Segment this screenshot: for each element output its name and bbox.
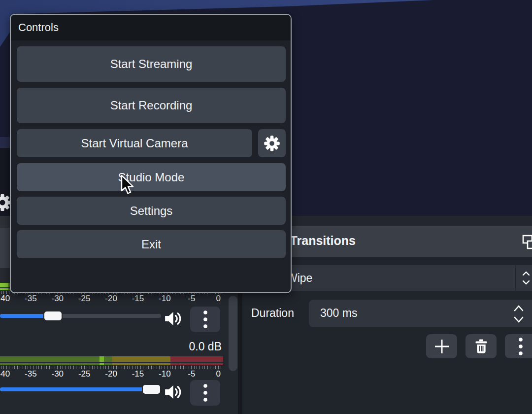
controls-titlebar[interactable]: Controls: [11, 15, 291, 40]
transition-properties-button[interactable]: [505, 334, 532, 358]
duration-value: 300 ms: [320, 307, 357, 320]
channel1-volume-handle[interactable]: [43, 310, 63, 321]
db-tick-label: -10: [159, 369, 171, 379]
db-tick-label: -40: [0, 369, 10, 379]
add-transition-button[interactable]: [426, 334, 457, 358]
plus-icon: [433, 338, 450, 355]
kebab-menu-icon: [203, 384, 207, 402]
db-tick-label: -35: [25, 294, 37, 304]
db-tick-label: -5: [188, 369, 195, 379]
channel1-volume-slider[interactable]: [0, 314, 161, 318]
db-tick-label: -5: [188, 294, 195, 304]
combo-divider: [515, 265, 516, 291]
channel2-mute-speaker-icon[interactable]: [165, 384, 183, 400]
channel1-db-scale: -40 -35 -30 -25 -20 -15 -10 -5 0: [0, 294, 238, 303]
dock-popout-icon[interactable]: [522, 235, 532, 251]
channel2-volume-handle[interactable]: [142, 384, 161, 395]
exit-button[interactable]: Exit: [17, 230, 286, 258]
mouse-cursor: [120, 174, 135, 196]
channel1-options-button[interactable]: [190, 307, 220, 332]
kebab-menu-icon: [203, 310, 207, 328]
channel2-volume-slider[interactable]: [0, 387, 161, 391]
db-tick-label: -15: [132, 294, 144, 304]
studio-mode-button[interactable]: Studio Mode: [17, 163, 286, 191]
db-tick-label: -30: [52, 369, 64, 379]
duration-spinbox[interactable]: 300 ms: [309, 300, 532, 327]
db-tick-label: -20: [105, 294, 117, 304]
remove-transition-button[interactable]: [466, 334, 497, 358]
start-streaming-button[interactable]: Start Streaming: [17, 46, 286, 82]
combo-spinner-icons[interactable]: [521, 270, 531, 286]
start-recording-button[interactable]: Start Recording: [17, 88, 286, 123]
channel2-db-ticks: [1, 366, 222, 369]
channel1-mute-speaker-icon[interactable]: [165, 310, 183, 327]
duration-spin-up-down-icons[interactable]: [512, 303, 526, 325]
settings-button[interactable]: Settings: [17, 197, 286, 225]
mixer-scrollbar[interactable]: [229, 296, 237, 371]
channel2-meter-thin: [0, 363, 223, 365]
trash-icon: [474, 339, 488, 354]
db-tick-label: -10: [159, 294, 171, 304]
db-tick-label: -25: [78, 294, 91, 304]
virtual-camera-settings-button[interactable]: [258, 129, 286, 157]
kebab-menu-icon: [519, 338, 523, 355]
controls-title: Controls: [18, 21, 59, 34]
controls-dock: Controls Start Streaming Start Recording…: [10, 14, 292, 293]
duration-label: Duration: [251, 307, 294, 320]
channel2-options-button[interactable]: [190, 380, 220, 406]
db-tick-label: -25: [78, 369, 91, 379]
channel2-meter: [0, 356, 223, 362]
start-virtual-camera-button[interactable]: Start Virtual Camera: [17, 129, 252, 157]
db-tick-label: -15: [132, 369, 144, 379]
obs-window: -40 -35 -30 -25 -20 -15 -10 -5 0: [0, 0, 532, 414]
db-tick-label: 0: [216, 369, 220, 379]
db-tick-label: -35: [25, 369, 37, 379]
db-tick-label: 0: [216, 294, 220, 304]
channel2-db-scale: -40 -35 -30 -25 -20 -15 -10 -5 0: [0, 369, 238, 378]
db-tick-label: -30: [52, 294, 64, 304]
channel2-level-readout: 0.0 dB: [0, 340, 222, 353]
db-tick-label: -20: [105, 369, 117, 379]
db-tick-label: -40: [0, 294, 10, 304]
gear-icon: [263, 135, 281, 152]
